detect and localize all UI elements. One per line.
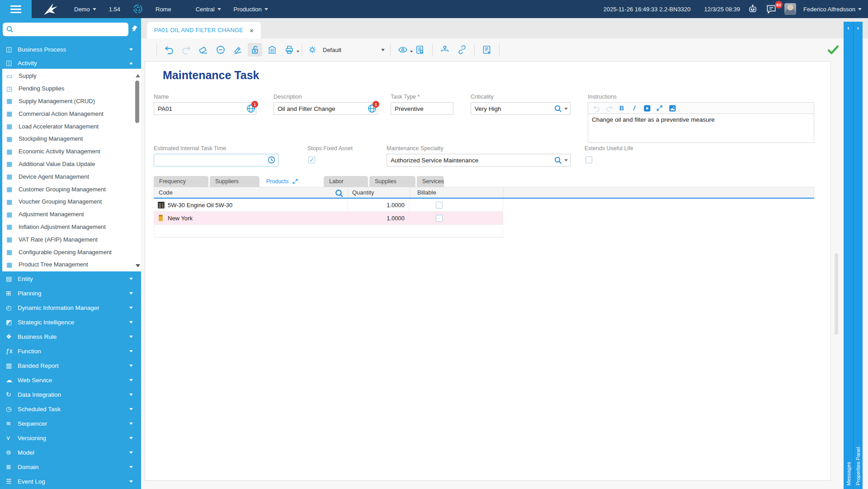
- description-input[interactable]: [274, 102, 377, 115]
- sidebar-section[interactable]: ◩ Strategic Intelligence: [0, 315, 141, 329]
- audit-log-button[interactable]: [480, 43, 494, 57]
- sidebar-item[interactable]: ▦ Voucher Grouping Management: [2, 195, 141, 208]
- sidebar-section[interactable]: ⊞ Planning: [0, 286, 141, 300]
- sidebar-item[interactable]: ▦ Load Accelerator Management: [2, 120, 141, 133]
- confirm-check-button[interactable]: [826, 43, 840, 57]
- column-header-billable[interactable]: Billable: [410, 187, 504, 198]
- detail-tab[interactable]: Products: [261, 176, 322, 187]
- sidebar-section[interactable]: ⊜ Model: [0, 445, 141, 460]
- sidebar-section[interactable]: ☁ Web Service: [0, 373, 141, 387]
- detail-tab[interactable]: Supplies: [369, 176, 415, 187]
- document-tab[interactable]: PA01 OIL AND FILTER CHANGE: [147, 22, 261, 38]
- assistant-robot-icon[interactable]: [747, 4, 758, 14]
- sidebar-item[interactable]: ▦ Configurable Opening Management: [2, 246, 141, 258]
- user-avatar[interactable]: [784, 3, 796, 15]
- sidebar-item[interactable]: ▦ Inflation Adjustment Management: [2, 221, 141, 233]
- table-row[interactable]: 5W-30 Engine Oil 5W-30 1.0000: [154, 199, 503, 212]
- chevron-down-icon[interactable]: [564, 159, 568, 161]
- bold-icon[interactable]: B: [616, 103, 627, 113]
- name-input[interactable]: [154, 102, 256, 115]
- sidebar-item[interactable]: ▦ Economic Activity Management: [2, 145, 141, 158]
- undo-button[interactable]: [162, 43, 176, 57]
- sidebar-item[interactable]: ▦ Customer Grouping Management: [2, 183, 141, 195]
- table-row[interactable]: New York 1.0000: [154, 212, 503, 225]
- table-empty-row[interactable]: [154, 225, 503, 237]
- view-options-button[interactable]: [396, 43, 410, 57]
- organization-bank-icon[interactable]: [265, 43, 279, 57]
- stops-fixed-asset-checkbox[interactable]: [308, 157, 315, 163]
- task-type-input[interactable]: [391, 102, 453, 115]
- redo-button[interactable]: [179, 43, 193, 57]
- sidebar-section[interactable]: ☰ Event Log: [0, 474, 141, 489]
- sidebar-item[interactable]: ▦ Adjustment Management: [2, 208, 141, 221]
- sidebar-search-box[interactable]: [3, 23, 128, 36]
- dock-tab-messages[interactable]: Messages: [844, 22, 853, 489]
- estimated-time-input[interactable]: [154, 154, 278, 166]
- sidebar-section[interactable]: ƒx Function: [0, 344, 141, 358]
- user-menu[interactable]: Federico Alfredsson: [803, 6, 862, 13]
- sidebar-scroll-up-arrow[interactable]: [136, 74, 140, 77]
- column-search-icon[interactable]: [335, 189, 344, 198]
- pin-icon[interactable]: [130, 24, 138, 33]
- sidebar-item[interactable]: ▦ Product Tree Management: [2, 258, 141, 271]
- sidebar-item[interactable]: ▦ Stockpiling Management: [2, 133, 141, 145]
- detail-tab[interactable]: Labor: [324, 176, 368, 187]
- sidebar-section[interactable]: ▤ Entity: [0, 271, 141, 286]
- sidebar-item[interactable]: ▭ Supply: [2, 70, 141, 82]
- notifications-chat-icon[interactable]: 82: [765, 4, 777, 14]
- extends-useful-life-checkbox[interactable]: [585, 157, 592, 163]
- undo-icon[interactable]: [591, 103, 602, 113]
- search-lookup-icon[interactable]: [554, 105, 562, 113]
- maintenance-specialty-input[interactable]: [387, 154, 571, 166]
- edit-disabled-icon[interactable]: [231, 43, 245, 57]
- unlock-button[interactable]: [248, 43, 262, 57]
- search-lookup-icon[interactable]: [554, 157, 562, 164]
- sidebar-section[interactable]: ⋎ Versioning: [0, 431, 141, 445]
- sidebar-section[interactable]: ◴ Dynamic Information Manager: [0, 300, 141, 315]
- preview-document-button[interactable]: [413, 43, 427, 57]
- remove-button[interactable]: [213, 43, 228, 57]
- profile-select[interactable]: Default: [307, 45, 385, 55]
- sidebar-section[interactable]: ≋ Sequencer: [0, 416, 141, 431]
- translate-globe-icon[interactable]: 1: [368, 104, 377, 113]
- hamburger-menu-button[interactable]: [0, 0, 32, 18]
- detail-tab[interactable]: Services: [417, 176, 444, 187]
- dock-tab-properties-panel[interactable]: Properties Panel: [853, 22, 863, 489]
- sidebar-item[interactable]: ▦ Device Agent Management: [2, 170, 141, 183]
- instructions-value[interactable]: Change oil and filter as a preventive me…: [588, 114, 814, 143]
- workflow-button[interactable]: [438, 43, 452, 57]
- sidebar-section[interactable]: ▥ Banded Report: [0, 358, 141, 373]
- sidebar-section[interactable]: ≣ Domain: [0, 460, 141, 474]
- sidebar-item[interactable]: ▦ VAT Rate (AFIP) Management: [2, 233, 141, 246]
- chevron-down-icon[interactable]: [564, 108, 568, 110]
- sidebar-scrollbar-thumb[interactable]: [135, 81, 139, 123]
- italic-icon[interactable]: /: [629, 103, 640, 113]
- sidebar-item[interactable]: ▦ Supply Management (CRUD): [2, 95, 141, 108]
- resize-expand-icon[interactable]: [654, 103, 665, 113]
- sidebar-search-input[interactable]: [16, 26, 128, 33]
- clock-icon[interactable]: [268, 156, 275, 164]
- sidebar-section[interactable]: ↻ Data Integration: [0, 387, 141, 402]
- mode-select[interactable]: Production: [234, 6, 268, 13]
- sidebar-scroll-down-arrow[interactable]: [136, 264, 140, 267]
- branch-select[interactable]: Central: [196, 6, 221, 13]
- sidebar-item[interactable]: ▦ Commercial Action Management: [2, 107, 141, 120]
- column-header-quantity[interactable]: Quantity: [348, 187, 410, 198]
- redo-icon[interactable]: [604, 103, 614, 113]
- sidebar-section-business-process[interactable]: ◫ Business Process: [0, 43, 141, 56]
- sidebar-section[interactable]: ❖ Business Rule: [0, 329, 141, 344]
- image-icon[interactable]: [667, 103, 678, 113]
- expand-grid-icon[interactable]: [292, 178, 298, 185]
- sidebar-section[interactable]: ◷ Scheduled Task: [0, 402, 141, 416]
- print-button[interactable]: [282, 43, 297, 57]
- sidebar-item[interactable]: ◳ Pending Supplies: [2, 82, 141, 95]
- main-scrollbar-thumb[interactable]: [835, 253, 838, 335]
- detail-tab[interactable]: Frequency: [154, 176, 208, 187]
- video-icon[interactable]: [642, 103, 652, 113]
- link-button[interactable]: [455, 43, 469, 57]
- close-icon[interactable]: [250, 27, 254, 33]
- translate-globe-icon[interactable]: 1: [246, 104, 255, 113]
- sidebar-item[interactable]: ▦ Additional Value Data Update: [2, 158, 141, 171]
- billable-checkbox[interactable]: [436, 215, 443, 222]
- environment-select[interactable]: Demo: [74, 6, 96, 13]
